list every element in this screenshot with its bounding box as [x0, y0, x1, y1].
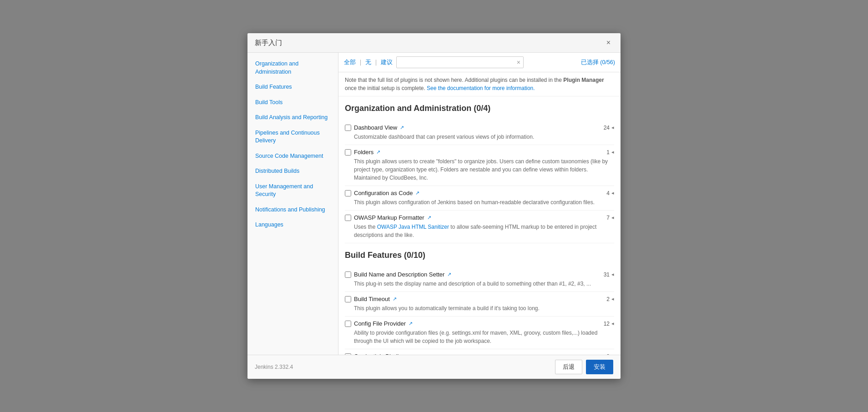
plugin-count-build-name-setter: 31 ◂ — [604, 271, 614, 278]
modal-footer: Jenkins 2.332.4 后退 安装 — [247, 355, 621, 379]
sidebar-item-languages[interactable]: Languages — [247, 217, 338, 233]
sidebar-item-build-tools[interactable]: Build Tools — [247, 95, 338, 111]
install-button[interactable]: 安装 — [586, 360, 613, 374]
filter-suggested[interactable]: 建议 — [381, 58, 393, 66]
modal-overlay: 新手入门 × Organization and AdministrationBu… — [0, 0, 868, 412]
plugin-external-link-config-as-code[interactable]: ↗ — [415, 190, 419, 196]
plugin-checkbox-build-timeout[interactable] — [345, 296, 351, 302]
plugin-external-link-build-name-setter[interactable]: ↗ — [447, 271, 451, 277]
plugin-count-build-timeout: 2 ◂ — [606, 296, 614, 302]
plugin-count-dashboard-view: 24 ◂ — [604, 125, 614, 131]
sidebar-item-build-analysis[interactable]: Build Analysis and Reporting — [247, 110, 338, 126]
plugin-desc-config-file-provider: Ability to provide configuration files (… — [354, 329, 614, 345]
modal-header: 新手入门 × — [247, 33, 621, 53]
sidebar-item-notifications[interactable]: Notifications and Publishing — [247, 202, 338, 218]
plugin-checkbox-owasp-markup[interactable] — [345, 215, 351, 221]
plugin-name-config-as-code: Configuration as Code — [354, 190, 413, 196]
plugin-title-row-config-file-provider: Config File Provider↗12 ◂ — [345, 320, 614, 327]
filter-links: 全部 ｜ 无 ｜ 建议 — [344, 58, 393, 66]
plugin-item-owasp-markup: OWASP Markup Formatter↗7 ◂Uses the OWASP… — [345, 211, 614, 243]
search-clear-icon[interactable]: × — [514, 57, 523, 68]
search-wrap: × — [396, 56, 524, 68]
plugin-title-row-build-name-setter: Build Name and Description Setter↗31 ◂ — [345, 271, 614, 278]
plugin-item-build-name-setter: Build Name and Description Setter↗31 ◂Th… — [345, 267, 614, 292]
docs-link[interactable]: See the documentation for more informati… — [427, 85, 535, 91]
owasp-link[interactable]: OWASP Java HTML Sanitizer — [377, 224, 449, 230]
plugin-desc-build-name-setter: This plug-in sets the display name and d… — [354, 280, 614, 288]
sidebar-item-distributed[interactable]: Distributed Builds — [247, 164, 338, 179]
note-text-after: once the initial setup is complete. — [345, 85, 427, 91]
sidebar-item-build-features[interactable]: Build Features — [247, 80, 338, 95]
plugin-count-owasp-markup: 7 ◂ — [606, 215, 614, 221]
plugin-name-config-file-provider: Config File Provider — [354, 320, 406, 327]
plugin-desc-folders: This plugin allows users to create "fold… — [354, 157, 614, 182]
plugin-desc-build-timeout: This plugin allows you to automatically … — [354, 304, 614, 312]
count-arrow-build-timeout: ◂ — [611, 296, 614, 302]
filter-sep-1: ｜ — [358, 58, 363, 66]
plugin-checkbox-config-file-provider[interactable] — [345, 321, 351, 327]
plugin-checkbox-config-as-code[interactable] — [345, 190, 351, 196]
filter-sep-2: ｜ — [373, 58, 379, 66]
plugin-title-row-owasp-markup: OWASP Markup Formatter↗7 ◂ — [345, 214, 614, 221]
section-header-org-admin: Organization and Administration (0/4) — [345, 104, 614, 116]
plugin-name-build-timeout: Build Timeout — [354, 296, 390, 302]
filter-none[interactable]: 无 — [365, 58, 371, 66]
count-arrow-build-name-setter: ◂ — [611, 271, 614, 277]
search-input[interactable] — [397, 57, 514, 67]
modal-body: Organization and AdministrationBuild Fea… — [247, 53, 621, 355]
note-bar: Note that the full list of plugins is no… — [338, 72, 621, 96]
plugin-name-owasp-markup: OWASP Markup Formatter — [354, 214, 424, 221]
sidebar-item-pipelines[interactable]: Pipelines and Continuous Delivery — [247, 126, 338, 149]
sidebar: Organization and AdministrationBuild Fea… — [247, 53, 338, 355]
back-button[interactable]: 后退 — [555, 360, 582, 374]
count-arrow-config-file-provider: ◂ — [611, 321, 614, 327]
selected-count: 已选择 (0/56) — [581, 59, 615, 66]
plugin-name-build-name-setter: Build Name and Description Setter — [354, 271, 444, 278]
section-header-build-features: Build Features (0/10) — [345, 251, 614, 263]
plugin-external-link-build-timeout[interactable]: ↗ — [393, 296, 397, 302]
note-text-before: Note that the full list of plugins is no… — [345, 77, 563, 83]
plugin-desc-config-as-code: This plugin allows configuration of Jenk… — [354, 198, 614, 206]
sidebar-item-user-mgmt[interactable]: User Management and Security — [247, 179, 338, 202]
plugin-title-row-build-timeout: Build Timeout↗2 ◂ — [345, 296, 614, 302]
filter-bar: 全部 ｜ 无 ｜ 建议 × 已选择 (0/56) — [338, 53, 621, 72]
plugin-count-config-as-code: 4 ◂ — [606, 190, 614, 196]
main-content: 全部 ｜ 无 ｜ 建议 × 已选择 (0/56) — [338, 53, 621, 355]
count-arrow-owasp-markup: ◂ — [611, 215, 614, 221]
plugin-item-config-as-code: Configuration as Code↗4 ◂This plugin all… — [345, 186, 614, 211]
sidebar-item-org-admin[interactable]: Organization and Administration — [247, 56, 338, 80]
plugin-name-dashboard-view: Dashboard View — [354, 124, 397, 131]
footer-buttons: 后退 安装 — [555, 360, 613, 374]
plugin-item-dashboard-view: Dashboard View↗24 ◂Customizable dashboar… — [345, 121, 614, 145]
plugin-checkbox-build-name-setter[interactable] — [345, 271, 351, 278]
plugin-count-config-file-provider: 12 ◂ — [604, 321, 614, 327]
filter-all[interactable]: 全部 — [344, 58, 356, 66]
plugin-item-folders: Folders↗1 ◂This plugin allows users to c… — [345, 145, 614, 186]
plugin-name-folders: Folders — [354, 149, 373, 156]
plugin-item-credentials-binding: Credentials Binding↗8 ◂Allows credential… — [345, 349, 614, 355]
count-arrow-dashboard-view: ◂ — [611, 125, 614, 131]
plugin-count-folders: 1 ◂ — [606, 149, 614, 156]
footer-version: Jenkins 2.332.4 — [255, 364, 293, 370]
plugin-desc-owasp-markup: Uses the OWASP Java HTML Sanitizer to al… — [354, 223, 614, 239]
plugin-title-row-dashboard-view: Dashboard View↗24 ◂ — [345, 124, 614, 131]
sidebar-item-source-code[interactable]: Source Code Management — [247, 149, 338, 164]
plugin-manager-label: Plugin Manager — [563, 77, 604, 83]
plugin-external-link-folders[interactable]: ↗ — [376, 149, 380, 155]
plugin-list: Organization and Administration (0/4)Das… — [338, 96, 621, 355]
modal-title: 新手入门 — [255, 39, 282, 47]
plugin-external-link-config-file-provider[interactable]: ↗ — [409, 321, 413, 327]
plugin-checkbox-folders[interactable] — [345, 149, 351, 156]
plugin-item-config-file-provider: Config File Provider↗12 ◂Ability to prov… — [345, 317, 614, 349]
plugin-external-link-owasp-markup[interactable]: ↗ — [427, 215, 431, 221]
plugin-desc-dashboard-view: Customizable dashboard that can present … — [354, 133, 614, 141]
plugin-title-row-config-as-code: Configuration as Code↗4 ◂ — [345, 190, 614, 196]
plugin-title-row-folders: Folders↗1 ◂ — [345, 149, 614, 156]
modal-dialog: 新手入门 × Organization and AdministrationBu… — [247, 33, 621, 379]
close-button[interactable]: × — [604, 38, 613, 48]
plugin-item-build-timeout: Build Timeout↗2 ◂This plugin allows you … — [345, 292, 614, 317]
plugin-external-link-dashboard-view[interactable]: ↗ — [400, 125, 404, 131]
plugin-checkbox-dashboard-view[interactable] — [345, 125, 351, 131]
count-arrow-config-as-code: ◂ — [611, 190, 614, 196]
count-arrow-folders: ◂ — [611, 149, 614, 155]
